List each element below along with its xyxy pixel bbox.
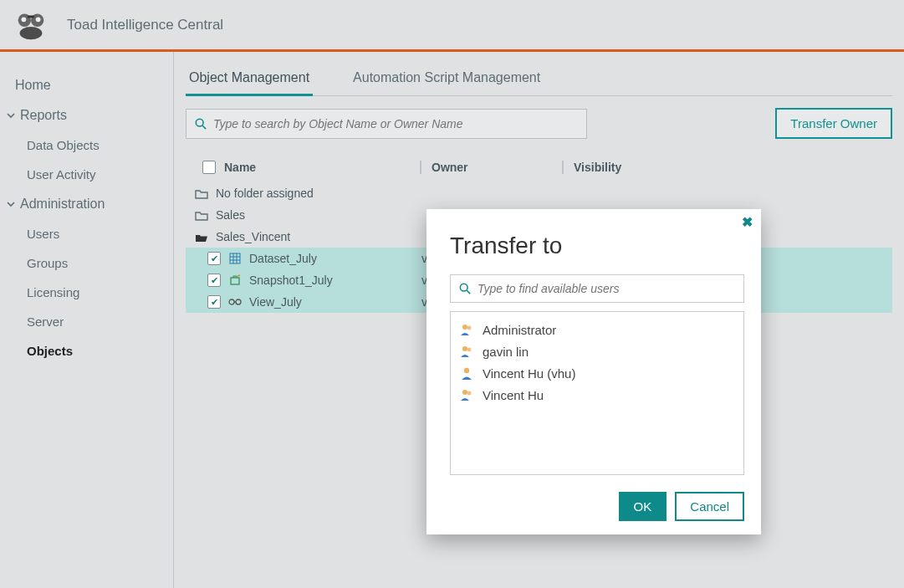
nav-server[interactable]: Server — [0, 307, 173, 336]
item-name: View_July — [249, 295, 302, 309]
col-owner: Owner — [420, 161, 562, 174]
svg-point-22 — [467, 348, 472, 352]
sidebar: Home Reports Data Objects User Activity … — [0, 52, 174, 588]
user-item[interactable]: Vincent Hu (vhu) — [459, 362, 735, 384]
svg-point-20 — [467, 326, 472, 330]
user-icon — [459, 366, 474, 381]
chevron-down-icon — [5, 198, 17, 210]
tabs: Object Management Automation Script Mana… — [186, 60, 892, 96]
select-all-checkbox[interactable] — [202, 161, 216, 174]
view-icon — [227, 298, 243, 306]
search-icon — [459, 283, 471, 294]
svg-point-0 — [20, 26, 43, 38]
svg-point-19 — [462, 325, 467, 330]
nav-administration-label: Administration — [20, 197, 105, 212]
user-item[interactable]: Administrator — [459, 319, 735, 340]
nav-groups[interactable]: Groups — [0, 248, 173, 278]
folder-name: Sales — [216, 208, 245, 222]
chevron-down-icon — [5, 110, 17, 121]
object-search[interactable] — [186, 109, 587, 139]
item-name: Dataset_July — [249, 252, 317, 265]
row-checkbox[interactable] — [207, 295, 221, 309]
folder-open-icon — [194, 232, 209, 243]
object-search-input[interactable] — [213, 117, 578, 130]
nav-user-activity[interactable]: User Activity — [0, 160, 173, 189]
nav-administration[interactable]: Administration — [0, 189, 173, 219]
tab-automation-script-management[interactable]: Automation Script Management — [350, 60, 544, 96]
svg-rect-13 — [231, 278, 239, 284]
snapshot-icon — [227, 274, 243, 286]
nav-reports[interactable]: Reports — [0, 100, 173, 130]
app-header: Toad Intelligence Central — [0, 0, 904, 52]
user-group-icon — [459, 322, 474, 337]
row-checkbox[interactable] — [207, 274, 221, 287]
app-logo — [10, 7, 52, 43]
svg-point-15 — [236, 299, 241, 304]
folder-icon — [194, 210, 209, 221]
svg-rect-5 — [28, 15, 34, 18]
svg-point-21 — [462, 346, 467, 351]
user-name: gavin lin — [483, 345, 529, 359]
dialog-title: Transfer to — [450, 233, 744, 259]
col-name: Name — [224, 161, 256, 174]
user-item[interactable]: gavin lin — [459, 340, 735, 362]
svg-line-18 — [467, 290, 470, 294]
nav-data-objects[interactable]: Data Objects — [0, 130, 173, 160]
row-checkbox[interactable] — [207, 252, 221, 265]
app-title: Toad Intelligence Central — [67, 17, 223, 33]
table-header: Name Owner Visibility — [186, 157, 892, 182]
svg-line-7 — [202, 125, 206, 129]
svg-point-25 — [467, 391, 472, 396]
user-list: Administrator gavin lin Vincent Hu (vhu)… — [450, 311, 744, 475]
ok-button[interactable]: OK — [619, 492, 667, 521]
user-name: Administrator — [483, 323, 556, 337]
user-group-icon — [459, 387, 474, 402]
svg-point-23 — [464, 368, 469, 373]
col-visibility: Visibility — [562, 161, 892, 174]
svg-point-14 — [229, 299, 234, 304]
transfer-owner-button[interactable]: Transfer Owner — [775, 108, 892, 139]
nav-home[interactable]: Home — [0, 70, 173, 100]
user-item[interactable]: Vincent Hu — [459, 384, 735, 406]
folder-row[interactable]: No folder assigned — [186, 182, 892, 204]
user-search[interactable] — [450, 274, 744, 303]
search-icon — [195, 118, 207, 130]
folder-name: Sales_Vincent — [216, 230, 290, 243]
nav-objects[interactable]: Objects — [0, 336, 173, 366]
svg-point-3 — [22, 17, 27, 22]
transfer-dialog: ✖ Transfer to Administrator gavin lin Vi… — [426, 209, 761, 534]
user-name: Vincent Hu (vhu) — [483, 366, 575, 381]
svg-point-4 — [36, 17, 41, 22]
user-group-icon — [459, 344, 474, 359]
user-search-input[interactable] — [478, 282, 735, 295]
dataset-icon — [227, 253, 243, 264]
tab-object-management[interactable]: Object Management — [186, 60, 313, 96]
user-name: Vincent Hu — [483, 388, 544, 402]
svg-point-6 — [196, 119, 203, 126]
nav-licensing[interactable]: Licensing — [0, 278, 173, 307]
item-name: Snapshot1_July — [249, 274, 333, 287]
close-icon[interactable]: ✖ — [742, 214, 753, 230]
svg-point-17 — [460, 284, 467, 291]
svg-rect-8 — [230, 253, 240, 263]
cancel-button[interactable]: Cancel — [675, 492, 744, 521]
svg-point-24 — [462, 390, 467, 395]
folder-name: No folder assigned — [216, 187, 314, 200]
nav-users[interactable]: Users — [0, 219, 173, 248]
folder-icon — [194, 188, 209, 199]
nav-reports-label: Reports — [20, 108, 67, 123]
